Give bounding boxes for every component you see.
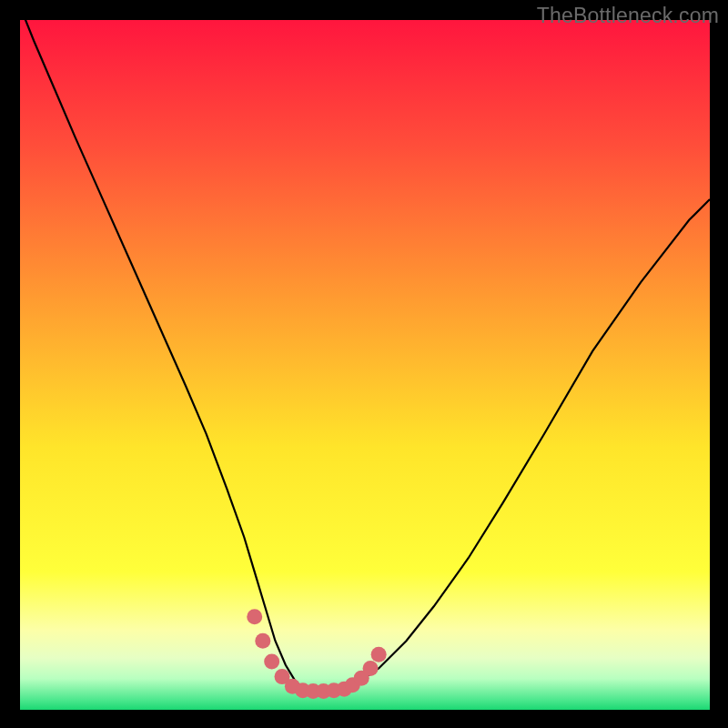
marker-dot: [264, 653, 279, 669]
marker-dot: [247, 609, 262, 624]
plot-background: [20, 20, 710, 710]
marker-dot: [363, 661, 379, 676]
chart-svg: [0, 0, 728, 728]
marker-dot: [255, 633, 270, 649]
marker-dot: [371, 647, 387, 662]
watermark-text: TheBottleneck.com: [537, 4, 719, 28]
chart-frame: TheBottleneck.com: [0, 0, 728, 728]
